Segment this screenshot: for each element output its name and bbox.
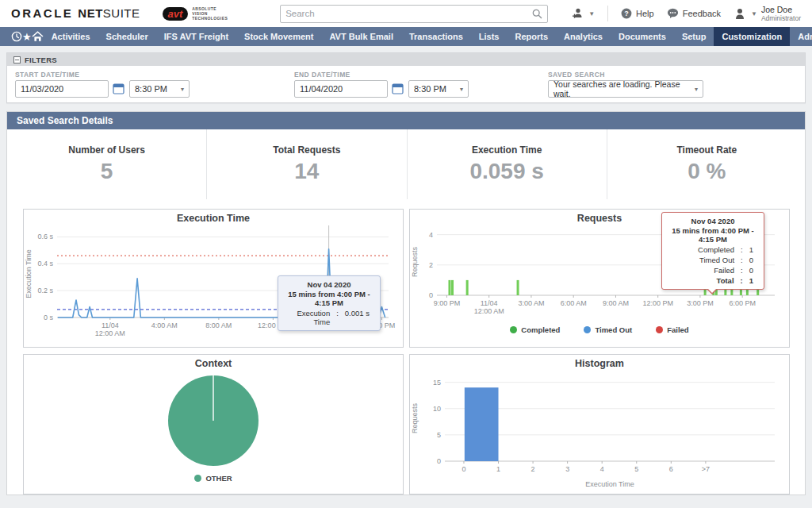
filters-title: FILTERS <box>25 56 57 64</box>
start-datetime-label: START DATE/TIME <box>15 71 79 79</box>
feedback-icon <box>667 8 679 19</box>
avt-badge: avt <box>163 7 189 21</box>
metric-number-of-users: Number of Users 5 <box>7 129 207 199</box>
svg-text:10: 10 <box>433 405 441 413</box>
metric-total-requests: Total Requests 14 <box>207 129 407 199</box>
svg-text:8:00 AM: 8:00 AM <box>205 321 232 329</box>
svg-text:11/0412:00 AM: 11/0412:00 AM <box>95 321 125 337</box>
context-pie-chart[interactable] <box>167 374 260 468</box>
svg-text:0.6 s: 0.6 s <box>37 233 53 241</box>
completed-legend-dot <box>510 326 517 333</box>
search-icon <box>532 9 542 19</box>
nav-item-customization[interactable]: Customization <box>714 27 790 46</box>
svg-text:0: 0 <box>429 291 433 299</box>
end-date-calendar-icon[interactable] <box>392 83 404 95</box>
svg-text:Execution Time: Execution Time <box>585 480 634 488</box>
top-bar: ORACLE NETSUITE avt ABSOLUTE VISION TECH… <box>0 0 812 27</box>
context-legend: OTHER <box>194 474 232 483</box>
avt-logo-text: ABSOLUTE VISION TECHNOLOGIES <box>192 6 228 21</box>
netsuite-wordmark-suite: SUITE <box>103 6 140 20</box>
user-role: Administrator <box>761 14 801 22</box>
svg-text:6:00 PM: 6:00 PM <box>729 299 756 307</box>
start-time-select[interactable]: 8:30 PM▾ <box>129 80 190 98</box>
timed-out-legend-dot <box>584 326 591 333</box>
nav-item-analytics[interactable]: Analytics <box>556 27 611 46</box>
nav-item-ifs-avt-freight[interactable]: IFS AVT Freight <box>156 27 236 46</box>
svg-text:Execution Time: Execution Time <box>25 249 33 298</box>
svg-text:4:00 AM: 4:00 AM <box>151 321 178 329</box>
user-menu[interactable]: ▼ Joe Doe Administrator <box>733 5 801 22</box>
avt-logo: avt ABSOLUTE VISION TECHNOLOGIES <box>163 6 228 21</box>
svg-text:6:00 AM: 6:00 AM <box>561 299 587 307</box>
home-icon[interactable] <box>32 27 44 46</box>
histogram-chart-card: Histogram 0510150123456>7RequestsExecuti… <box>409 354 790 495</box>
page: ORACLE NETSUITE avt ABSOLUTE VISION TECH… <box>0 0 812 508</box>
svg-text:9:00 PM: 9:00 PM <box>434 299 461 307</box>
netsuite-wordmark-net: NET <box>78 6 103 20</box>
search-input[interactable] <box>285 9 532 18</box>
svg-text:11/0412:00 AM: 11/0412:00 AM <box>474 299 504 315</box>
caret-down-icon: ▾ <box>181 86 184 93</box>
saved-search-select[interactable]: Your searches are loading. Please wait.▾ <box>548 80 703 98</box>
svg-text:1: 1 <box>496 465 500 473</box>
execution-time-chart-title: Execution Time <box>24 210 403 224</box>
nav-item-activities[interactable]: Activities <box>44 27 98 46</box>
start-date-calendar-icon[interactable] <box>113 83 125 95</box>
histogram-chart[interactable]: 0510150123456>7RequestsExecution Time <box>410 369 783 490</box>
requests-legend: Completed Timed Out Failed <box>410 325 789 334</box>
svg-text:6: 6 <box>669 465 673 473</box>
requests-chart-card: Requests 0249:00 PM11/0412:00 AM3:00 AM6… <box>409 209 790 348</box>
svg-text:15: 15 <box>433 379 441 387</box>
user-icon <box>733 8 747 20</box>
metric-execution-time: Execution Time 0.059 s <box>408 129 607 199</box>
svg-text:0: 0 <box>437 457 441 465</box>
start-date-input[interactable]: 11/03/2020 <box>15 80 109 98</box>
end-time-select[interactable]: 8:30 PM▾ <box>408 80 469 98</box>
user-name: Joe Doe <box>761 5 801 14</box>
svg-text:9:00 AM: 9:00 AM <box>603 299 629 307</box>
nav-item-scheduler[interactable]: Scheduler <box>98 27 156 46</box>
metrics-row: Number of Users 5 Total Requests 14 Exec… <box>7 129 806 199</box>
shortcuts-star-icon[interactable]: ★ <box>22 27 32 46</box>
saved-search-label: SAVED SEARCH <box>548 71 605 79</box>
help-menu[interactable]: ? Help <box>621 8 654 19</box>
help-icon: ? <box>621 8 632 19</box>
metric-timeout-rate: Timeout Rate 0 % <box>607 129 806 199</box>
execution-time-chart-card: Execution Time 0 s0.2 s0.4 s0.6 s11/0412… <box>23 209 404 348</box>
roles-menu[interactable]: ▼ <box>572 8 595 19</box>
svg-text:3: 3 <box>565 465 569 473</box>
recent-records-icon[interactable] <box>11 27 22 46</box>
nav-item-reports[interactable]: Reports <box>508 27 557 46</box>
global-search[interactable] <box>280 5 548 23</box>
svg-text:2: 2 <box>429 261 433 269</box>
feedback-menu[interactable]: Feedback <box>667 8 721 19</box>
help-label: Help <box>636 9 654 18</box>
caret-down-icon: ▾ <box>695 86 698 93</box>
svg-text:>7: >7 <box>702 465 710 473</box>
collapse-filters-icon[interactable] <box>13 56 21 64</box>
nav-item-transactions[interactable]: Transactions <box>401 27 471 46</box>
saved-search-details-panel: Saved Search Details Number of Users 5 T… <box>6 111 806 495</box>
svg-text:Requests: Requests <box>411 246 419 277</box>
svg-text:2: 2 <box>531 465 535 473</box>
svg-text:5: 5 <box>634 465 638 473</box>
nav-item-setup[interactable]: Setup <box>674 27 714 46</box>
svg-text:3:00 PM: 3:00 PM <box>687 299 714 307</box>
svg-text:4: 4 <box>429 231 433 239</box>
end-datetime-label: END DATE/TIME <box>294 71 350 79</box>
svg-text:3:00 AM: 3:00 AM <box>518 299 544 307</box>
execution-time-tooltip: Nov 04 2020 15 mins from 4:00 PM - 4:15 … <box>278 275 381 331</box>
nav-item-avt-bulk-email[interactable]: AVT Bulk Email <box>321 27 400 46</box>
end-date-input[interactable]: 11/04/2020 <box>294 80 388 98</box>
svg-text:4: 4 <box>600 465 604 473</box>
nav-item-stock-movement[interactable]: Stock Movement <box>236 27 321 46</box>
nav-item-lists[interactable]: Lists <box>471 27 508 46</box>
nav-item-documents[interactable]: Documents <box>611 27 674 46</box>
requests-tooltip: Nov 04 2020 15 mins from 4:00 PM - 4:15 … <box>661 212 764 290</box>
nav-item-administration-controls[interactable]: Administration & Controls <box>790 27 812 46</box>
oracle-wordmark: ORACLE <box>11 6 73 20</box>
histogram-chart-title: Histogram <box>410 355 789 369</box>
context-chart-card: Context OTHER <box>23 354 404 495</box>
svg-text:0 s: 0 s <box>44 314 54 321</box>
failed-legend-dot <box>656 326 663 333</box>
